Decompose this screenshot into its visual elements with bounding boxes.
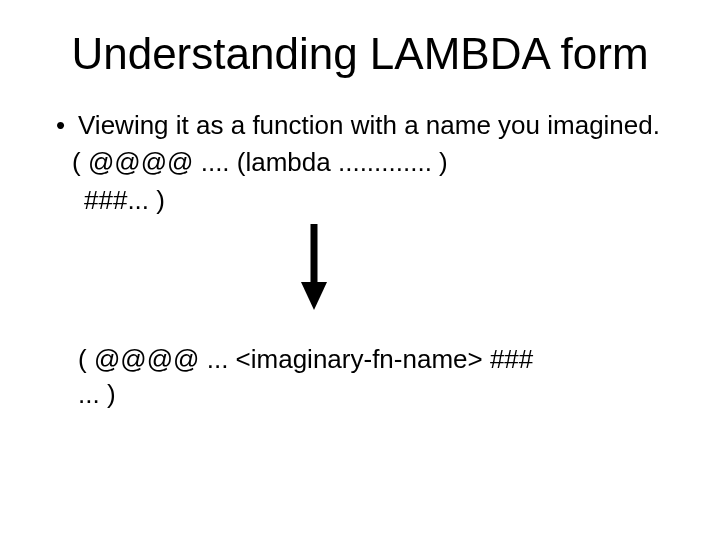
code-line-1: ( @@@@ .... (lambda ............. )	[50, 145, 670, 180]
code-line-2: ###... )	[50, 183, 670, 218]
bullet-marker: •	[50, 108, 78, 143]
slide: Understanding LAMBDA form • Viewing it a…	[0, 0, 720, 540]
result-line-2: ... )	[78, 377, 670, 412]
slide-body: • Viewing it as a function with a name y…	[50, 108, 670, 411]
result-line-1: ( @@@@ ... <imaginary-fn-name> ###	[78, 342, 670, 377]
down-arrow-icon	[300, 222, 328, 312]
bullet-text: Viewing it as a function with a name you…	[78, 108, 670, 143]
svg-marker-1	[301, 282, 327, 310]
slide-title: Understanding LAMBDA form	[50, 30, 670, 78]
bullet-item: • Viewing it as a function with a name y…	[50, 108, 670, 143]
result-block: ( @@@@ ... <imaginary-fn-name> ### ... )	[50, 342, 670, 412]
arrow-container	[50, 222, 670, 312]
